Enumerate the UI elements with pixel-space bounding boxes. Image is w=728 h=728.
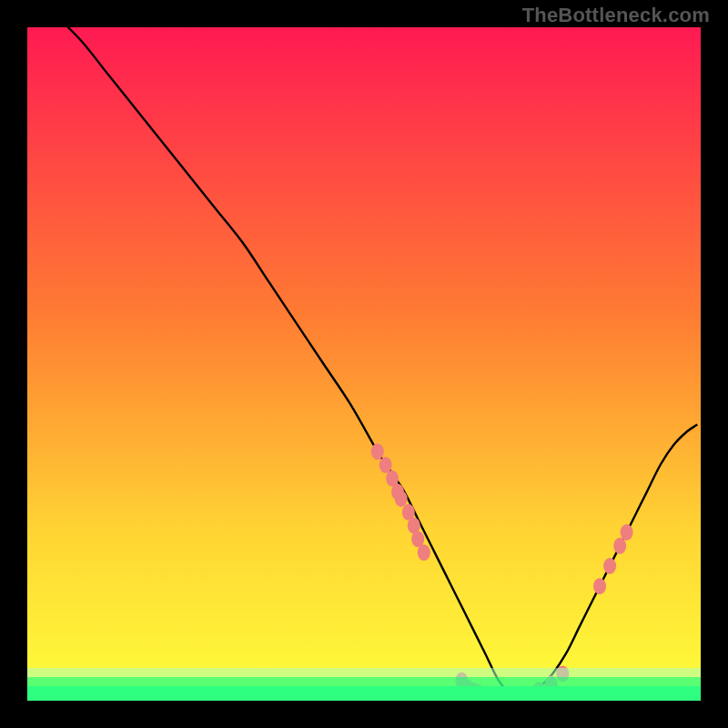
bottleneck-chart (27, 27, 701, 701)
optimal-band-lower (27, 686, 701, 701)
curve-marker (395, 490, 408, 507)
curve-marker (603, 558, 616, 574)
curve-marker (613, 538, 626, 554)
curve-marker (379, 457, 392, 473)
chart-frame: TheBottleneck.com (0, 0, 728, 728)
curve-marker (371, 443, 384, 460)
attribution-label: TheBottleneck.com (522, 4, 710, 27)
optimal-band-upper (27, 668, 701, 677)
curve-marker (418, 544, 430, 561)
optimal-band-mid (27, 677, 701, 686)
plot-background (27, 27, 701, 701)
curve-marker (593, 578, 606, 594)
curve-marker (621, 524, 633, 541)
